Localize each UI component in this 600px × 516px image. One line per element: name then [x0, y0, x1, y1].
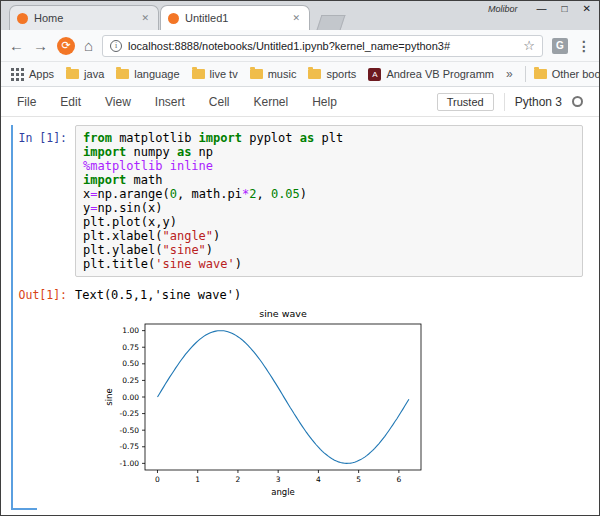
folder-icon	[250, 69, 263, 79]
tab-close-icon[interactable]: ✕	[139, 11, 151, 25]
andrea-vb-favicon: A	[368, 68, 381, 81]
output-text: Text(0.5,1,'sine wave')	[75, 286, 241, 302]
svg-text:0: 0	[155, 475, 160, 484]
next-cell-border-stub	[11, 508, 37, 510]
tab-label: Untitled1	[185, 12, 290, 24]
site-info-icon[interactable]: i	[110, 40, 122, 52]
svg-text:0.00: 0.00	[122, 393, 139, 402]
svg-text:4: 4	[316, 475, 321, 484]
menu-insert[interactable]: Insert	[155, 95, 185, 109]
tab-label: Home	[34, 12, 139, 24]
tab-close-icon[interactable]: ✕	[290, 11, 302, 25]
bookmark-folder-live-tv[interactable]: live tv	[192, 68, 238, 80]
svg-text:6: 6	[396, 475, 401, 484]
folder-icon	[534, 69, 547, 79]
browser-toolbar: ← → ⟳ ⌂ i localhost:8888/notebooks/Untit…	[1, 30, 599, 62]
window-user-label: Molibor	[488, 4, 518, 14]
svg-text:-1.00: -1.00	[120, 459, 140, 468]
trusted-badge[interactable]: Trusted	[437, 93, 494, 111]
code-editor[interactable]: from matplotlib import pyplot as pltimpo…	[83, 131, 575, 271]
bookmark-folder-music[interactable]: music	[250, 68, 297, 80]
folder-icon	[116, 69, 129, 79]
svg-text:angle: angle	[271, 487, 295, 497]
tab-home[interactable]: Home ✕	[9, 5, 159, 30]
folder-icon	[66, 69, 79, 79]
bookmark-label: sports	[326, 68, 356, 80]
menu-kernel[interactable]: Kernel	[254, 95, 289, 109]
refresh-button[interactable]: ⟳	[57, 37, 75, 55]
svg-text:-0.75: -0.75	[120, 442, 140, 451]
bookmark-star-icon[interactable]: ☆	[523, 38, 535, 53]
svg-text:3: 3	[276, 475, 281, 484]
output-prompt: Out[1]:	[13, 286, 75, 302]
url-text[interactable]: localhost:8888/notebooks/Untitled1.ipynb…	[128, 40, 517, 52]
bookmark-andrea-vb[interactable]: A Andrea VB Programm	[368, 68, 494, 81]
menu-file[interactable]: File	[17, 95, 36, 109]
svg-text:1: 1	[195, 475, 200, 484]
bookmark-label: music	[268, 68, 297, 80]
browser-window: Home ✕ Untitled1 ✕ Molibor — □ ✕ ← → ⟳ ⌂…	[0, 0, 600, 516]
bookmark-label: live tv	[210, 68, 238, 80]
apps-grid-icon	[11, 68, 24, 81]
kernel-status-icon	[572, 96, 583, 107]
plot-prompt-spacer	[13, 306, 75, 510]
apps-shortcut[interactable]: Apps	[11, 68, 54, 81]
svg-text:sine: sine	[104, 388, 114, 405]
other-bookmarks-button[interactable]: Other bookmarks	[534, 68, 600, 80]
back-button[interactable]: ←	[9, 38, 24, 53]
svg-text:5: 5	[356, 475, 361, 484]
window-controls: Molibor — □ ✕	[488, 3, 591, 14]
svg-text:0.75: 0.75	[122, 343, 139, 352]
jupyter-favicon	[17, 13, 28, 24]
kernel-name: Python 3	[515, 95, 562, 109]
menu-edit[interactable]: Edit	[60, 95, 81, 109]
minimize-button[interactable]: —	[537, 3, 547, 14]
folder-icon	[192, 69, 205, 79]
svg-text:sine wave: sine wave	[259, 308, 307, 319]
tab-strip: Home ✕ Untitled1 ✕ Molibor — □ ✕	[1, 1, 599, 30]
tab-untitled1[interactable]: Untitled1 ✕	[160, 5, 310, 30]
sine-wave-plot: sine wave1.000.750.500.250.00-0.25-0.50-…	[99, 306, 435, 510]
new-tab-button[interactable]	[317, 15, 346, 30]
menu-help[interactable]: Help	[312, 95, 337, 109]
svg-text:1.00: 1.00	[122, 326, 139, 335]
svg-text:0.25: 0.25	[122, 376, 139, 385]
g-extension-icon[interactable]: G	[552, 38, 568, 54]
jupyter-favicon	[168, 13, 179, 24]
output-cell: Out[1]: Text(0.5,1,'sine wave')	[13, 286, 599, 302]
svg-text:-0.25: -0.25	[120, 409, 140, 418]
home-button[interactable]: ⌂	[84, 38, 93, 53]
selected-cell[interactable]: In [1]: from matplotlib import pyplot as…	[11, 125, 599, 510]
jupyter-menubar: File Edit View Insert Cell Kernel Help T…	[1, 87, 599, 117]
menu-view[interactable]: View	[105, 95, 131, 109]
svg-text:2: 2	[236, 475, 241, 484]
maximize-button[interactable]: □	[562, 3, 568, 14]
code-input-area[interactable]: from matplotlib import pyplot as pltimpo…	[75, 125, 583, 277]
bookmark-folder-language[interactable]: language	[116, 68, 179, 80]
bookmark-label: Andrea VB Programm	[386, 68, 494, 80]
bookmarks-overflow-chevron[interactable]: »	[506, 67, 513, 81]
apps-label: Apps	[29, 68, 54, 80]
plot-output-row: sine wave1.000.750.500.250.00-0.25-0.50-…	[13, 306, 599, 510]
input-prompt: In [1]:	[13, 125, 75, 277]
code-cell: In [1]: from matplotlib import pyplot as…	[13, 125, 599, 277]
menu-cell[interactable]: Cell	[209, 95, 230, 109]
browser-menu-button[interactable]: ⋮	[577, 38, 591, 54]
notebook-area: In [1]: from matplotlib import pyplot as…	[1, 117, 599, 515]
folder-icon	[308, 69, 321, 79]
close-button[interactable]: ✕	[583, 3, 591, 14]
forward-button[interactable]: →	[33, 38, 48, 53]
svg-text:0.50: 0.50	[122, 359, 139, 368]
bookmark-label: java	[84, 68, 104, 80]
other-bookmarks-label: Other bookmarks	[552, 68, 600, 80]
bookmark-folder-sports[interactable]: sports	[308, 68, 356, 80]
kernel-separator	[504, 93, 505, 111]
address-bar[interactable]: i localhost:8888/notebooks/Untitled1.ipy…	[102, 35, 543, 57]
bookmark-label: language	[134, 68, 179, 80]
plot-canvas: sine wave1.000.750.500.250.00-0.25-0.50-…	[99, 306, 435, 510]
bookmarks-bar: Apps java language live tv music sports …	[1, 62, 599, 87]
svg-text:-0.50: -0.50	[120, 426, 140, 435]
bookmarks-divider	[525, 66, 526, 82]
bookmark-folder-java[interactable]: java	[66, 68, 104, 80]
